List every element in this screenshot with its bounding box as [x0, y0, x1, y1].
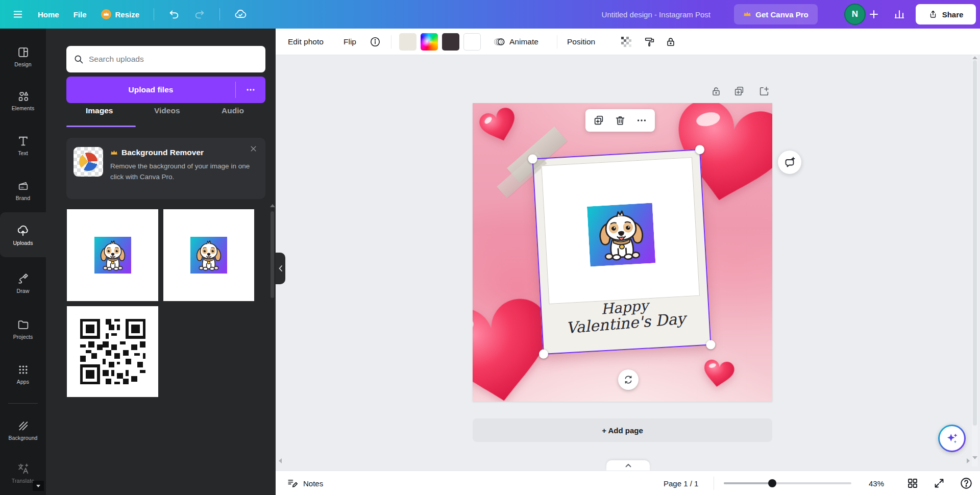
- divider: [391, 35, 391, 48]
- search-box: [66, 46, 265, 72]
- top-bar: Home File Resize Untitled design - Insta…: [0, 0, 980, 29]
- uploads-cloud-icon: [16, 224, 30, 237]
- sidebar-item-uploads[interactable]: Uploads: [0, 212, 46, 257]
- animate-button[interactable]: Animate: [509, 29, 538, 55]
- rotate-icon: [624, 375, 633, 384]
- design-canvas-page[interactable]: Happy Valentine's Day: [473, 103, 772, 402]
- zoom-slider-track[interactable]: [724, 482, 851, 484]
- info-icon[interactable]: [370, 36, 381, 47]
- promo-thumbnail: [74, 147, 103, 177]
- canva-assistant-button[interactable]: [938, 425, 966, 452]
- duplicate-button[interactable]: [593, 115, 604, 126]
- svg-text:co.: co.: [20, 186, 24, 189]
- rotate-handle[interactable]: [618, 369, 639, 390]
- edit-photo-button[interactable]: Edit photo: [288, 29, 324, 55]
- scroll-up-arrow[interactable]: [972, 56, 977, 59]
- zoom-slider-thumb[interactable]: [768, 479, 776, 487]
- get-canva-pro-button[interactable]: Get Canva Pro: [734, 4, 818, 24]
- design-title[interactable]: Untitled design - Instagram Post: [602, 0, 710, 29]
- scroll-down-arrow[interactable]: [972, 456, 977, 459]
- lock-page-button[interactable]: [710, 86, 722, 97]
- flip-button[interactable]: Flip: [344, 29, 356, 55]
- apps-grid-icon: [17, 363, 30, 376]
- color-swatch-2[interactable]: [442, 33, 459, 51]
- sidebar-item-text[interactable]: Text: [0, 123, 46, 167]
- puppy-image-on-canvas[interactable]: [587, 203, 655, 267]
- cloud-save-icon: [234, 8, 247, 20]
- crown-icon: [110, 149, 118, 157]
- add-page-button[interactable]: + Add page: [473, 418, 772, 442]
- hamburger-menu-icon[interactable]: [12, 9, 23, 20]
- heart-graphic-small-bottom-right[interactable]: [700, 355, 737, 391]
- sidebar-item-draw[interactable]: Draw: [0, 261, 46, 305]
- help-button[interactable]: [960, 471, 973, 495]
- tab-images[interactable]: Images: [86, 106, 113, 115]
- rail-scroll-more-indicator[interactable]: [33, 481, 44, 491]
- add-page-icon-button[interactable]: [758, 86, 770, 97]
- add-member-button[interactable]: [868, 8, 880, 20]
- question-icon: [960, 477, 973, 490]
- undo-button[interactable]: [168, 9, 180, 20]
- sidebar-item-background[interactable]: Background: [0, 408, 46, 452]
- menu-home[interactable]: Home: [38, 10, 59, 19]
- add-comment-button[interactable]: [778, 151, 801, 174]
- translate-icon: [17, 462, 30, 475]
- avatar[interactable]: N: [844, 4, 866, 25]
- tab-audio[interactable]: Audio: [222, 106, 244, 115]
- duplicate-page-button[interactable]: [733, 86, 745, 97]
- divider: [154, 8, 154, 20]
- page-indicator[interactable]: Page 1 / 1: [664, 471, 698, 495]
- upload-more-options-button[interactable]: [236, 85, 265, 95]
- pro-crown-icon: [101, 9, 111, 19]
- panel-collapse-handle[interactable]: [276, 253, 285, 284]
- panel-scroll-up-arrow[interactable]: [270, 204, 275, 207]
- grid-view-button[interactable]: [906, 471, 919, 495]
- divider: [8, 403, 38, 404]
- fullscreen-button[interactable]: [933, 471, 945, 495]
- share-button[interactable]: Share: [916, 4, 976, 24]
- uploaded-image-puppy-2[interactable]: [163, 209, 254, 301]
- pages-panel-expand-handle[interactable]: [606, 460, 650, 471]
- color-swatch-rainbow[interactable]: [421, 33, 438, 51]
- position-button[interactable]: Position: [567, 29, 595, 55]
- uploaded-image-qr-code[interactable]: [67, 306, 158, 397]
- color-swatch-1[interactable]: [399, 33, 416, 51]
- puppy-image: [94, 237, 131, 274]
- redo-button[interactable]: [194, 9, 205, 20]
- brand-icon: co.: [17, 180, 30, 192]
- transparency-icon[interactable]: [620, 36, 632, 48]
- panel-scrollbar[interactable]: [271, 211, 274, 298]
- resize-handle-bottom-right[interactable]: [706, 340, 716, 350]
- uploaded-image-puppy-1[interactable]: [67, 209, 158, 301]
- upload-files-button[interactable]: Upload files: [66, 77, 265, 103]
- notes-button[interactable]: Notes: [287, 471, 323, 495]
- chevron-up-icon: [625, 463, 631, 467]
- left-sidebar-rail: Design Elements Text co. Brand Uploads D…: [0, 29, 46, 495]
- close-icon[interactable]: [250, 145, 257, 153]
- insights-chart-icon[interactable]: [893, 8, 905, 20]
- zoom-percent[interactable]: 43%: [869, 471, 884, 495]
- menu-file[interactable]: File: [74, 10, 87, 19]
- color-swatch-3[interactable]: [463, 33, 481, 51]
- sidebar-item-brand[interactable]: co. Brand: [0, 168, 46, 212]
- tab-videos[interactable]: Videos: [154, 106, 180, 115]
- search-input[interactable]: [89, 55, 258, 64]
- more-options-button[interactable]: [636, 115, 647, 126]
- vertical-scrollbar-thumb[interactable]: [973, 60, 977, 426]
- sidebar-item-design[interactable]: Design: [0, 35, 46, 79]
- scroll-left-arrow[interactable]: [279, 458, 282, 463]
- copy-style-roller-icon[interactable]: [644, 36, 655, 47]
- sidebar-item-elements[interactable]: Elements: [0, 79, 46, 122]
- delete-button[interactable]: [615, 115, 626, 126]
- lock-icon[interactable]: [665, 36, 676, 47]
- polaroid-photo-area[interactable]: [541, 157, 700, 304]
- beach-ball-image: [79, 153, 97, 171]
- menu-resize[interactable]: Resize: [101, 9, 140, 19]
- sidebar-item-apps[interactable]: Apps: [0, 352, 46, 396]
- polaroid-frame-element[interactable]: Happy Valentine's Day: [532, 149, 712, 355]
- search-icon: [74, 54, 84, 64]
- qr-code-image: [77, 316, 149, 387]
- sidebar-item-projects[interactable]: Projects: [0, 307, 46, 351]
- heart-graphic-small-top-left[interactable]: [474, 103, 523, 150]
- scroll-right-arrow[interactable]: [967, 458, 970, 463]
